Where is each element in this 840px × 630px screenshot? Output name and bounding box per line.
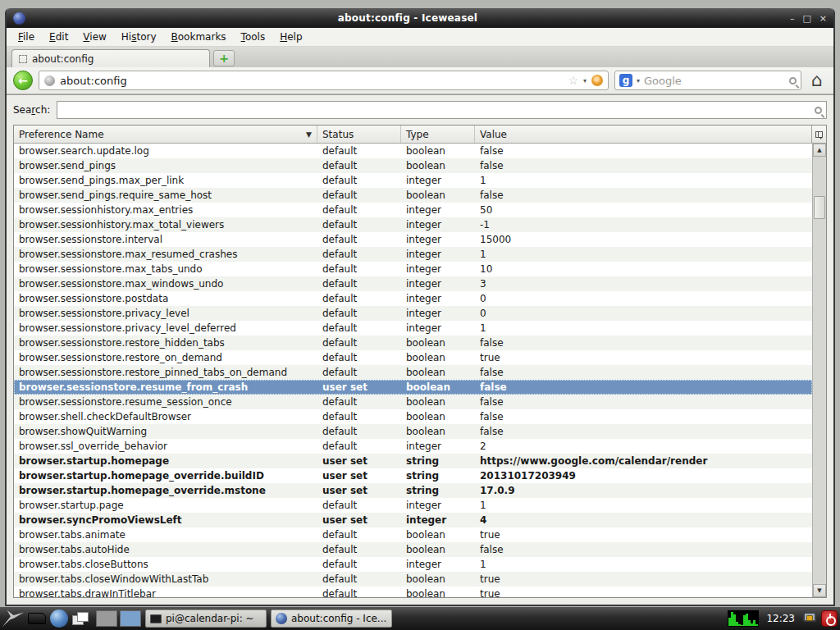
- cell-value: -1: [475, 219, 812, 231]
- bookmark-star-icon[interactable]: ☆: [568, 75, 578, 86]
- table-row[interactable]: browser.sessionhistory.max_entriesdefaul…: [14, 203, 812, 217]
- cell-value: false: [475, 367, 812, 378]
- table-row[interactable]: browser.send_pingsdefaultbooleanfalse: [14, 158, 812, 173]
- minimize-button[interactable]: –: [790, 14, 795, 23]
- column-header-status[interactable]: Status: [317, 126, 401, 143]
- site-identity-globe-icon[interactable]: [44, 75, 55, 86]
- cell-type: integer: [401, 441, 475, 452]
- web-search-input[interactable]: [644, 75, 785, 87]
- table-row[interactable]: browser.sessionstore.max_tabs_undodefaul…: [14, 262, 812, 276]
- scrollbar-track[interactable]: [813, 157, 826, 584]
- cpu-usage-monitor[interactable]: [728, 610, 759, 627]
- pager-desktop-2[interactable]: [120, 610, 141, 627]
- web-search-magnifier-icon[interactable]: [789, 77, 797, 84]
- home-button[interactable]: ⌂: [807, 71, 827, 90]
- taskbar-clock[interactable]: 12:23: [763, 613, 798, 624]
- column-header-type[interactable]: Type: [401, 126, 475, 143]
- table-row[interactable]: browser.startup.homepageuser setstringht…: [14, 454, 812, 468]
- table-row[interactable]: browser.sessionstore.restore_on_demandde…: [14, 350, 812, 365]
- desktop-pager: [96, 610, 141, 627]
- new-tab-button[interactable]: +: [213, 50, 235, 66]
- table-row[interactable]: browser.startup.homepage_override.buildI…: [14, 468, 812, 483]
- table-row[interactable]: browser.sessionstore.max_windows_undodef…: [14, 276, 812, 291]
- table-row[interactable]: browser.syncPromoViewsLeftuser setintege…: [14, 513, 812, 527]
- back-button[interactable]: ←: [13, 71, 33, 90]
- tab-favicon-placeholder-icon: [19, 55, 27, 63]
- cell-type: integer: [401, 249, 475, 260]
- table-row[interactable]: browser.showQuitWarningdefaultbooleanfal…: [14, 424, 812, 439]
- shutdown-button[interactable]: [821, 610, 838, 627]
- engine-dropdown-icon[interactable]: ▾: [637, 77, 640, 84]
- pager-desktop-1[interactable]: [96, 610, 117, 627]
- table-row[interactable]: browser.tabs.autoHidedefaultbooleanfalse: [14, 542, 812, 557]
- table-row[interactable]: browser.send_pings.max_per_linkdefaultin…: [14, 173, 812, 188]
- table-row[interactable]: browser.sessionstore.restore_hidden_tabs…: [14, 336, 812, 350]
- config-search-field[interactable]: [57, 101, 827, 119]
- column-picker-button[interactable]: [811, 126, 826, 143]
- cell-value: true: [475, 588, 812, 597]
- menu-history[interactable]: History: [115, 29, 163, 45]
- menu-view[interactable]: View: [76, 29, 112, 45]
- column-header-preference-name[interactable]: Preference Name ▼: [14, 126, 317, 143]
- table-row[interactable]: browser.tabs.animatedefaultbooleantrue: [14, 527, 812, 542]
- table-row[interactable]: browser.tabs.closeWindowWithLastTabdefau…: [14, 572, 812, 587]
- menu-bookmarks[interactable]: Bookmarks: [165, 29, 233, 45]
- cell-name: browser.sessionstore.privacy_level_defer…: [14, 322, 317, 334]
- table-row[interactable]: browser.sessionstore.postdatadefaultinte…: [14, 291, 812, 306]
- urlbar-dropdown-icon[interactable]: ▾: [583, 77, 587, 84]
- menu-file[interactable]: File: [11, 29, 41, 45]
- table-row[interactable]: browser.sessionstore.privacy_leveldefaul…: [14, 306, 812, 321]
- table-row[interactable]: browser.sessionhistory.max_total_viewers…: [14, 217, 812, 232]
- cell-status: default: [317, 411, 401, 422]
- tab-about-config[interactable]: about:config: [11, 49, 210, 67]
- iconify-all-windows-icon[interactable]: [72, 612, 89, 625]
- cell-type: boolean: [401, 367, 475, 378]
- table-row[interactable]: browser.tabs.drawInTitlebardefaultboolea…: [14, 587, 812, 597]
- scroll-up-button[interactable]: ▲: [813, 144, 826, 157]
- cell-status: default: [317, 441, 401, 452]
- iceweasel-app-icon: [13, 12, 25, 25]
- config-search-input[interactable]: [62, 104, 815, 116]
- url-bar[interactable]: ☆ ▾: [39, 71, 609, 90]
- scrollbar-thumb[interactable]: [814, 196, 825, 219]
- reload-button[interactable]: [591, 75, 603, 86]
- cell-status: default: [317, 352, 401, 363]
- cell-type: boolean: [401, 529, 475, 541]
- table-row[interactable]: browser.sessionstore.intervaldefaultinte…: [14, 232, 812, 247]
- url-input[interactable]: [60, 75, 563, 87]
- cell-status: default: [317, 588, 401, 597]
- cell-status: user set: [317, 381, 401, 393]
- app-menu-button[interactable]: [2, 610, 24, 627]
- table-row[interactable]: browser.search.update.logdefaultbooleanf…: [14, 144, 812, 158]
- menu-tools[interactable]: Tools: [235, 29, 272, 45]
- google-engine-icon[interactable]: g: [619, 74, 632, 87]
- table-row[interactable]: browser.send_pings.require_same_hostdefa…: [14, 188, 812, 203]
- task-button-iceweasel[interactable]: about:config - Ice...: [271, 609, 392, 628]
- search-engine-bar[interactable]: g ▾: [614, 71, 801, 90]
- table-row[interactable]: browser.sessionstore.restore_pinned_tabs…: [14, 365, 812, 380]
- cell-name: browser.sessionstore.restore_pinned_tabs…: [14, 367, 317, 378]
- menu-edit[interactable]: Edit: [43, 29, 75, 45]
- column-header-value[interactable]: Value: [475, 126, 811, 143]
- table-row[interactable]: browser.sessionstore.privacy_level_defer…: [14, 321, 812, 336]
- table-row[interactable]: browser.shell.checkDefaultBrowserdefault…: [14, 409, 812, 424]
- close-button[interactable]: ×: [819, 14, 827, 23]
- menu-help[interactable]: Help: [273, 29, 308, 45]
- table-row[interactable]: browser.sessionstore.resume_session_once…: [14, 395, 812, 409]
- web-browser-launcher-icon[interactable]: [50, 609, 68, 628]
- table-row[interactable]: browser.sessionstore.resume_from_crashus…: [14, 380, 812, 395]
- table-row[interactable]: browser.startup.homepage_override.mstone…: [14, 483, 812, 498]
- table-row[interactable]: browser.startup.pagedefaultinteger1: [14, 498, 812, 513]
- maximize-button[interactable]: □: [802, 14, 810, 23]
- cell-type: integer: [401, 204, 475, 216]
- scroll-down-button[interactable]: ▼: [813, 584, 826, 597]
- table-row[interactable]: browser.tabs.closeButtonsdefaultinteger1: [14, 557, 812, 572]
- file-manager-launcher-icon[interactable]: [28, 613, 46, 624]
- table-row[interactable]: browser.ssl_override_behaviordefaultinte…: [14, 439, 812, 454]
- screen-lock-icon[interactable]: [802, 612, 817, 625]
- task-button-terminal[interactable]: pi@calendar-pi: ~: [145, 609, 267, 628]
- table-row[interactable]: browser.sessionstore.max_resumed_crashes…: [14, 247, 812, 262]
- title-bar[interactable]: about:config - Iceweasel – □ ×: [7, 8, 833, 28]
- cell-type: boolean: [401, 544, 475, 555]
- vertical-scrollbar[interactable]: ▲ ▼: [812, 144, 826, 597]
